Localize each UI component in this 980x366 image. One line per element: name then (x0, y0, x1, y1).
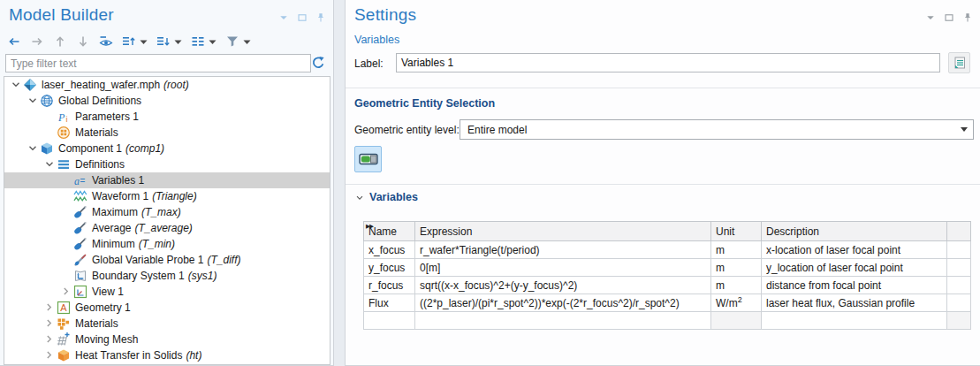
tree-item-label: Geometry 1 (75, 301, 131, 314)
arrow-down-button[interactable] (76, 34, 90, 49)
tree-item-global-variable-probe-1[interactable]: Global Variable Probe 1(T_diff) (4, 252, 330, 268)
tree-item-waveform-1[interactable]: Waveform 1(Triangle) (4, 188, 330, 204)
tree-item-tag: (T_min) (139, 238, 175, 250)
cell-unit[interactable]: W/m2 (711, 294, 762, 312)
dropdown-caret-icon[interactable] (243, 39, 251, 45)
parameters-icon: Pi (57, 110, 71, 124)
tree-item-label: Moving Mesh (75, 333, 138, 346)
cell-unit[interactable] (711, 312, 762, 330)
tree-item-label: Global Variable Probe 1 (92, 254, 204, 266)
tree-item-materials[interactable]: Materials (4, 125, 330, 141)
dropdown-caret-icon[interactable] (209, 39, 217, 45)
arrow-right-icon (30, 34, 44, 49)
pin-icon[interactable] (315, 12, 326, 23)
tree-item-heat-transfer-in-solids[interactable]: Heat Transfer in Solids(ht) (4, 347, 330, 363)
filter-funnel-button[interactable] (225, 34, 251, 49)
tree-item-average[interactable]: Average(T_average) (4, 220, 330, 236)
cell-expression[interactable] (415, 312, 711, 330)
float-window-icon[interactable] (297, 12, 308, 23)
cell-expression[interactable]: 0[m] (415, 259, 711, 277)
tree-item-laser-heating-wafer-mph[interactable]: laser_heating_wafer.mph(root) (4, 77, 330, 93)
settings-subtitle: Variables (354, 34, 399, 46)
tree-item-label: View 1 (92, 286, 124, 298)
label-input[interactable] (396, 53, 940, 72)
tree-item-definitions[interactable]: Definitions (4, 156, 330, 172)
tree-item-global-definitions[interactable]: Global Definitions (4, 93, 330, 109)
svg-text:i: i (66, 115, 68, 124)
cell-description[interactable]: distance from focal point (762, 277, 947, 294)
dropdown-caret-icon[interactable] (174, 39, 182, 45)
tree-item-label: Variables 1 (92, 174, 144, 187)
tree-item-geometry-1[interactable]: AGeometry 1 (4, 300, 330, 316)
chevron-down-icon[interactable] (43, 158, 57, 171)
section-divider (346, 88, 980, 88)
arrow-left-button[interactable] (7, 34, 21, 49)
chevron-right-icon[interactable] (43, 317, 57, 330)
cell-unit[interactable]: m (711, 259, 762, 277)
variables-section-header[interactable]: Variables (354, 191, 418, 203)
label-field-caption: Label: (354, 57, 384, 70)
chevron-right-icon[interactable] (60, 286, 73, 298)
chevron-right-icon[interactable] (43, 349, 57, 362)
chevron-spacer (60, 222, 73, 234)
arrow-up-icon (53, 34, 67, 49)
cell-name[interactable]: r_focus (364, 277, 415, 294)
pin-icon[interactable] (962, 12, 973, 23)
chevron-down-icon[interactable] (925, 12, 936, 23)
model-tree-nodes-button[interactable] (191, 34, 217, 49)
tree-filter-input[interactable] (5, 54, 311, 72)
collapse-list-button[interactable] (156, 34, 182, 49)
tree-item-minimum[interactable]: Minimum(T_min) (4, 236, 330, 252)
cell-description[interactable]: y_location of laser focal point (762, 259, 947, 277)
chevron-down-icon[interactable] (278, 12, 289, 23)
svg-text:P: P (57, 111, 65, 124)
cell-expression[interactable]: r_wafer*Triangle(t/period) (415, 241, 711, 259)
geometric-entity-level-caption: Geometric entity level: (354, 124, 460, 136)
expand-list-button[interactable] (122, 34, 148, 49)
cell-name[interactable]: x_focus (364, 241, 415, 259)
active-selection-toggle-button[interactable] (354, 146, 382, 172)
probe-needle-icon (73, 253, 87, 267)
cell-description[interactable]: laser heat flux, Gaussian profile (762, 294, 947, 312)
chevron-down-icon[interactable] (10, 79, 23, 91)
svg-text:a: a (74, 175, 80, 187)
cell-name[interactable]: y_focus (364, 259, 415, 277)
refresh-icon[interactable] (309, 54, 327, 72)
float-window-icon[interactable] (944, 12, 954, 23)
variables-a-icon: a= (73, 173, 87, 187)
arrow-right-button[interactable] (30, 34, 44, 49)
cell-expression[interactable]: sqrt((x-x_focus)^2+(y-y_focus)^2) (415, 277, 711, 294)
chevron-right-icon[interactable] (43, 301, 57, 314)
model-builder-window-controls (278, 12, 326, 23)
cell-expression[interactable]: ((2*p_laser)/(pi*r_spot^2))*exp(-(2*r_fo… (415, 294, 711, 312)
cell-description[interactable] (762, 312, 947, 330)
tree-item-moving-mesh[interactable]: Moving Mesh (4, 332, 330, 347)
tree-item-label: Parameters 1 (75, 111, 139, 123)
tree-item-variables-1[interactable]: a=Variables 1 (4, 172, 330, 188)
svg-text:=: = (80, 176, 86, 186)
cell-name[interactable] (364, 312, 415, 330)
show-eye-button[interactable] (99, 34, 113, 49)
dropdown-caret-icon[interactable] (140, 39, 148, 45)
chevron-down-icon (354, 192, 365, 202)
tree-item-parameters-1[interactable]: PiParameters 1 (4, 109, 330, 125)
tree-item-boundary-system-1[interactable]: Boundary System 1(sys1) (4, 268, 330, 284)
rename-document-icon[interactable] (948, 52, 970, 73)
chevron-right-icon[interactable] (43, 333, 57, 346)
cell-unit[interactable]: m (711, 241, 762, 259)
tree-item-maximum[interactable]: Maximum(T_max) (4, 204, 330, 220)
tree-item-materials[interactable]: Materials (4, 316, 330, 332)
cell-unit[interactable]: m (711, 277, 762, 294)
tree-item-component-1[interactable]: Component 1(comp1) (4, 141, 330, 156)
geometric-entity-level-dropdown[interactable]: Entire model (460, 119, 974, 140)
tree-item-view-1[interactable]: View 1 (4, 284, 330, 300)
cell-name[interactable]: Flux (364, 294, 415, 312)
cell-description[interactable]: x-location of laser focal point (762, 241, 947, 259)
tree-item-tag: (ht) (186, 349, 201, 362)
chevron-down-icon[interactable] (27, 95, 40, 107)
arrow-up-button[interactable] (53, 34, 67, 49)
cell-filler (947, 241, 971, 259)
chevron-down-icon[interactable] (27, 142, 40, 155)
chevron-spacer (60, 206, 73, 218)
tree-item-tag: (T_average) (134, 222, 192, 234)
